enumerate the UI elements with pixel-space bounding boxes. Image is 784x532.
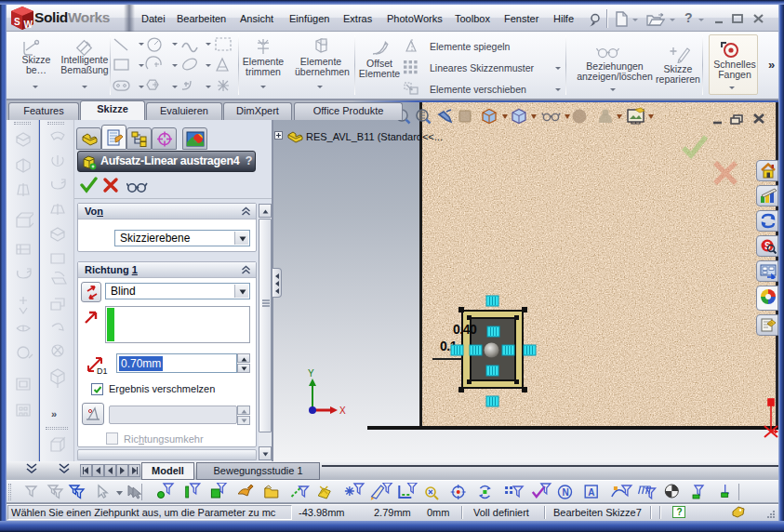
svg-text:A: A — [588, 487, 594, 498]
svg-text:N: N — [563, 487, 569, 498]
svg-text:D1: D1 — [97, 366, 108, 376]
svg-text:Y: Y — [308, 368, 314, 379]
svg-text:S: S — [14, 17, 20, 27]
svg-text:W: W — [24, 20, 33, 30]
svg-text:X: X — [339, 406, 346, 416]
